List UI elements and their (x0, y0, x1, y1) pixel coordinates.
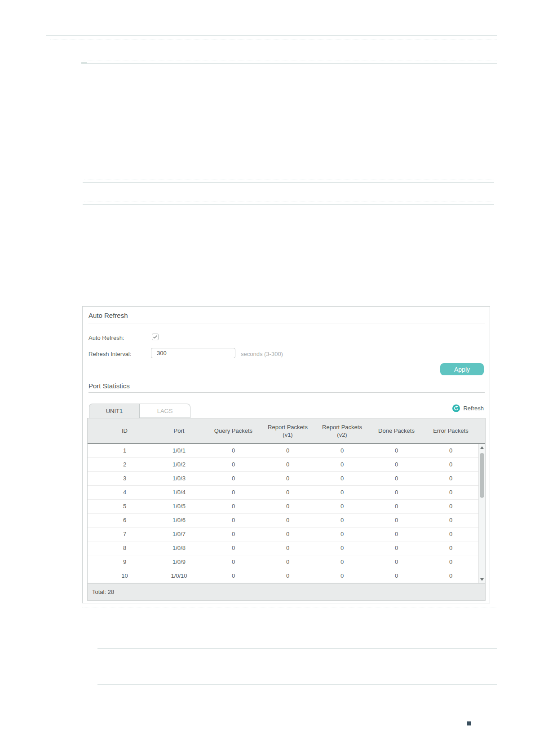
table-cell: 1/0/1 (152, 444, 206, 457)
table-cell: 0 (315, 444, 369, 457)
total-label: Total: 28 (92, 589, 114, 595)
table-cell: 5 (97, 500, 152, 513)
scroll-up-icon[interactable] (480, 446, 484, 449)
table-cell: 1/0/7 (152, 527, 206, 541)
table-cell: 1 (97, 444, 152, 457)
table-row[interactable]: 91/0/900000 (88, 555, 485, 569)
table-cell: 0 (261, 514, 315, 527)
table-row[interactable]: 51/0/500000 (88, 500, 485, 514)
table-cell: 0 (369, 444, 424, 457)
refresh-interval-input[interactable] (151, 348, 235, 358)
table-row[interactable]: 81/0/800000 (88, 541, 485, 555)
table-total-bar: Total: 28 (88, 583, 485, 600)
tab-lags[interactable]: LAGS (140, 404, 190, 418)
table-cell: 0 (369, 486, 424, 499)
table-cell: 0 (261, 444, 315, 457)
table-cell: 0 (261, 458, 315, 471)
tab-unit1[interactable]: UNIT1 (89, 404, 140, 418)
table-cell: 0 (315, 541, 369, 555)
column-header: Report Packets(v2) (315, 423, 369, 439)
table-cell: 0 (261, 555, 315, 569)
auto-refresh-checkbox[interactable] (152, 334, 159, 340)
table-cell: 0 (206, 486, 261, 499)
table-cell: 0 (261, 527, 315, 541)
table-cell: 0 (424, 458, 478, 471)
table-cell: 0 (206, 541, 261, 555)
port-statistics-table: IDPortQuery PacketsReport Packets(v1)Rep… (87, 418, 486, 601)
page-rule-3 (83, 182, 494, 183)
table-cell: 0 (369, 569, 424, 583)
table-cell: 0 (369, 541, 424, 555)
table-cell: 0 (424, 500, 478, 513)
table-cell: 0 (261, 486, 315, 499)
table-cell: 1/0/9 (152, 555, 206, 569)
table-cell: 1/0/3 (152, 472, 206, 485)
table-cell: 0 (261, 569, 315, 583)
table-cell: 0 (369, 514, 424, 527)
table-cell: 0 (424, 555, 478, 569)
page-rule-5 (97, 648, 497, 649)
table-cell: 0 (315, 458, 369, 471)
page-rule-3-dotted (84, 180, 494, 180)
table-body: 11/0/10000021/0/20000031/0/30000041/0/40… (88, 444, 485, 583)
table-cell: 0 (369, 472, 424, 485)
table-cell: 0 (261, 541, 315, 555)
table-cell: 0 (206, 569, 261, 583)
table-cell: 8 (97, 541, 152, 555)
table-cell: 7 (97, 527, 152, 541)
table-row[interactable]: 21/0/200000 (88, 458, 485, 472)
table-cell: 0 (424, 569, 478, 583)
page-rule-6 (97, 684, 497, 685)
table-cell: 1/0/8 (152, 541, 206, 555)
refresh-icon (452, 404, 460, 412)
table-cell: 1/0/5 (152, 500, 206, 513)
page-rule-2-nub (81, 62, 87, 64)
table-row[interactable]: 71/0/700000 (88, 527, 485, 541)
table-cell: 0 (424, 541, 478, 555)
table-cell: 0 (206, 472, 261, 485)
table-cell: 1/0/4 (152, 486, 206, 499)
table-cell: 0 (206, 514, 261, 527)
table-cell: 0 (206, 444, 261, 457)
auto-refresh-rule (88, 324, 485, 324)
table-scrollbar[interactable] (478, 444, 485, 583)
table-cell: 0 (369, 458, 424, 471)
table-row[interactable]: 41/0/400000 (88, 486, 485, 500)
column-header: Port (152, 427, 206, 435)
table-row[interactable]: 11/0/100000 (88, 444, 485, 458)
refresh-button[interactable]: Refresh (452, 404, 484, 413)
page-marker (467, 721, 471, 725)
table-header-row: IDPortQuery PacketsReport Packets(v1)Rep… (88, 418, 485, 444)
table-cell: 0 (206, 527, 261, 541)
table-cell: 0 (369, 527, 424, 541)
scroll-down-icon[interactable] (480, 578, 484, 581)
table-cell: 4 (97, 486, 152, 499)
table-cell: 0 (315, 472, 369, 485)
table-row[interactable]: 101/0/1000000 (88, 569, 485, 583)
auto-refresh-title: Auto Refresh (88, 312, 128, 319)
settings-panel: Auto Refresh Auto Refresh: Refresh Inter… (82, 306, 490, 603)
table-cell: 0 (315, 500, 369, 513)
refresh-interval-hint: seconds (3-300) (241, 351, 283, 357)
page-rule-2-dotted (84, 61, 497, 61)
table-cell: 6 (97, 514, 152, 527)
table-cell: 0 (261, 472, 315, 485)
refresh-interval-label: Refresh Interval: (88, 351, 131, 357)
table-cell: 0 (315, 555, 369, 569)
table-cell: 0 (424, 486, 478, 499)
column-header: Report Packets(v1) (261, 423, 315, 439)
table-cell: 10 (97, 569, 152, 583)
table-cell: 0 (369, 555, 424, 569)
page-rule-top (46, 35, 497, 36)
column-header: Done Packets (369, 427, 424, 435)
table-row[interactable]: 31/0/300000 (88, 472, 485, 486)
page-rule-below-panel (82, 607, 497, 607)
table-cell: 0 (261, 500, 315, 513)
column-header: Query Packets (206, 427, 261, 435)
table-cell: 2 (97, 458, 152, 471)
apply-button[interactable]: Apply (440, 363, 484, 375)
scrollbar-thumb[interactable] (480, 453, 484, 498)
table-cell: 0 (315, 569, 369, 583)
table-cell: 1/0/10 (152, 569, 206, 583)
table-row[interactable]: 61/0/600000 (88, 514, 485, 527)
